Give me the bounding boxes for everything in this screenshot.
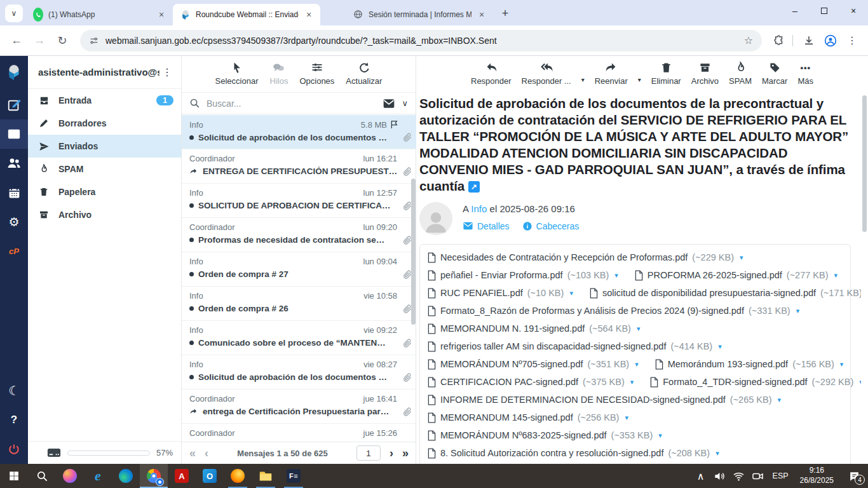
first-page-button[interactable]: « xyxy=(189,447,196,459)
file-explorer-icon[interactable] xyxy=(252,464,280,488)
start-button[interactable] xyxy=(0,464,28,488)
message-row[interactable]: Infolun 09:04 Orden de compra # 27 xyxy=(182,252,416,287)
select-button[interactable]: Seleccionar xyxy=(215,60,259,86)
tab-close-icon[interactable]: × xyxy=(304,10,314,20)
reply-all-button[interactable]: Responder ... xyxy=(522,60,571,86)
dark-mode-toggle[interactable]: ☾ xyxy=(0,376,28,405)
message-row[interactable]: Info5.8 MB Solicitud de aprobación de lo… xyxy=(182,115,416,149)
attachment-menu-caret[interactable]: ▾ xyxy=(740,254,743,262)
attachment-menu-caret[interactable]: ▾ xyxy=(637,325,641,333)
attachment[interactable]: 8. Solicitud Autorización contra y resol… xyxy=(428,448,719,459)
attachment-menu-caret[interactable]: ▾ xyxy=(834,271,838,280)
firefox-icon[interactable] xyxy=(224,464,252,488)
attachment-menu-caret[interactable]: ▾ xyxy=(635,360,639,369)
attachment[interactable]: Formato_8_Razón de Proformas y Análisis … xyxy=(428,306,799,316)
account-menu-icon[interactable]: ⋮ xyxy=(159,66,175,78)
folder-inbox[interactable]: Entrada 1 xyxy=(28,89,181,112)
help-button[interactable]: ? xyxy=(0,405,28,435)
attachment-menu-caret[interactable]: ▾ xyxy=(840,360,844,369)
site-settings-icon[interactable] xyxy=(89,36,99,46)
message-row[interactable]: Coordinadorlun 16:21 ENTREGA DE CERTIFIC… xyxy=(182,149,416,184)
attachment[interactable]: peñafiel - Enviar Proforma.pdf(~103 KB)▾ xyxy=(428,270,618,281)
attachment[interactable]: MEMORÁNDUM Nº683-2025-signed.pdf(~353 KB… xyxy=(428,430,662,441)
window-restore-button[interactable] xyxy=(810,0,839,22)
mark-button[interactable]: Marcar xyxy=(762,60,787,86)
attachment-menu-caret[interactable]: ▾ xyxy=(715,449,719,458)
edge-icon[interactable] xyxy=(112,464,140,488)
tray-expand-icon[interactable]: ∧ xyxy=(691,464,710,488)
message-row[interactable]: Coordinadorjue 15:26 xyxy=(182,424,416,442)
forward-button-mail[interactable]: Reenviar xyxy=(595,60,628,86)
attachment[interactable]: refrigerios taller AM sin discapacidad-s… xyxy=(428,341,722,352)
last-page-button[interactable]: » xyxy=(402,447,409,459)
attachment-menu-caret[interactable]: ▾ xyxy=(614,271,618,280)
new-tab-button[interactable]: + xyxy=(497,5,513,22)
headers-link[interactable]: Cabeceras xyxy=(522,221,580,231)
acrobat-icon[interactable]: A xyxy=(168,464,196,488)
message-row[interactable]: Infovie 10:58 Orden de compra # 26 xyxy=(182,287,416,321)
message-row[interactable]: Infovie 09:22 Comunicado sobre el proces… xyxy=(182,321,416,355)
language-indicator[interactable]: ESP xyxy=(768,471,794,480)
logout-button[interactable] xyxy=(0,435,28,464)
calendar-nav-button[interactable] xyxy=(0,178,28,207)
notifications-icon[interactable]: 4 xyxy=(840,464,868,488)
folder-drafts[interactable]: Borradores xyxy=(28,112,181,135)
attachment-menu-caret[interactable]: ▾ xyxy=(658,431,662,440)
search-input[interactable] xyxy=(207,98,376,109)
contacts-nav-button[interactable] xyxy=(0,149,28,178)
attachment[interactable]: Memorándum 193-signed.pdf(~156 KB)▾ xyxy=(655,359,844,370)
reply-button[interactable]: Responder xyxy=(471,60,512,86)
mail-nav-button[interactable] xyxy=(0,119,28,149)
window-minimize-button[interactable]: – xyxy=(780,0,810,22)
volume-icon[interactable] xyxy=(710,464,729,488)
outlook-icon[interactable]: O xyxy=(196,464,224,488)
folder-trash[interactable]: Papelera xyxy=(28,180,181,203)
folder-spam[interactable]: SPAM xyxy=(28,158,181,180)
next-page-button[interactable]: › xyxy=(390,447,393,459)
threads-button[interactable]: Hilos xyxy=(270,60,288,86)
reading-scrollbar[interactable] xyxy=(862,95,867,232)
browser-menu-icon[interactable]: ⋮ xyxy=(843,31,862,50)
tab-whatsapp[interactable]: (1) WhatsApp × xyxy=(25,4,173,25)
message-row[interactable]: Coordinadorjue 16:41 entrega de Certific… xyxy=(182,390,416,424)
attachment[interactable]: INFORME DE DETERMINACION DE NECESIDAD-si… xyxy=(428,395,781,405)
archive-button[interactable]: Archivo xyxy=(691,60,719,86)
list-scrollbar[interactable] xyxy=(411,179,416,325)
spam-button[interactable]: SPAM xyxy=(729,60,752,86)
forward-caret[interactable]: ▾ xyxy=(638,76,641,83)
message-row[interactable]: Infovie 08:27 Solicitud de aprobación de… xyxy=(182,355,416,390)
reply-all-caret[interactable]: ▾ xyxy=(581,76,585,83)
attachment-menu-caret[interactable]: ▾ xyxy=(796,307,800,315)
back-button[interactable]: ← xyxy=(6,30,27,51)
settings-nav-button[interactable]: ⚙ xyxy=(0,207,28,236)
wifi-icon[interactable] xyxy=(729,464,749,488)
more-button[interactable]: ••• Más xyxy=(797,60,813,86)
open-in-new-icon[interactable]: ↗ xyxy=(468,181,480,193)
attachment[interactable]: Formato_4_TDR-signed-signed.pdf(~292 KB)… xyxy=(650,377,861,388)
recipient-link[interactable]: Info xyxy=(471,203,487,214)
attachment-menu-caret[interactable]: ▾ xyxy=(778,396,782,404)
clock[interactable]: 9:16 26/8/2025 xyxy=(794,466,840,485)
internet-explorer-icon[interactable]: e xyxy=(84,464,112,488)
bookmark-star-icon[interactable]: ☆ xyxy=(744,34,753,46)
attachment-menu-caret[interactable]: ▾ xyxy=(630,378,634,386)
attachment-menu-caret[interactable]: ▾ xyxy=(569,289,573,297)
address-bar[interactable]: webmail.sanjuan.gob.ec/cpsess3794509387/… xyxy=(80,30,762,51)
prev-page-button[interactable]: ‹ xyxy=(205,447,208,459)
delete-button[interactable]: Eliminar xyxy=(651,60,681,86)
details-link[interactable]: Detalles xyxy=(463,220,510,231)
downloads-icon[interactable] xyxy=(799,31,818,50)
attachment[interactable]: PROFORMA 26-2025-signed.pdf(~277 KB)▾ xyxy=(635,270,837,281)
list-options-button[interactable]: Opciones xyxy=(299,60,334,86)
tab-close-icon[interactable]: × xyxy=(156,10,166,20)
tab-close-icon[interactable]: × xyxy=(477,10,487,20)
chrome-icon[interactable]: ☻ xyxy=(140,464,168,488)
search-options-caret[interactable]: ∨ xyxy=(402,98,408,108)
tab-session[interactable]: Sesión terminada | Informes Me × xyxy=(346,4,493,25)
forward-button[interactable]: → xyxy=(29,30,50,51)
copilot-icon[interactable] xyxy=(56,464,84,488)
search-scope-icon[interactable] xyxy=(383,97,395,110)
page-number-input[interactable] xyxy=(356,445,381,461)
attachment[interactable]: MEMORANDUM N. 191-signed.pdf(~564 KB)▾ xyxy=(428,323,640,334)
attachment[interactable]: MEMORÁNDUM Nº705-signed.pdf(~351 KB)▾ xyxy=(428,359,639,370)
